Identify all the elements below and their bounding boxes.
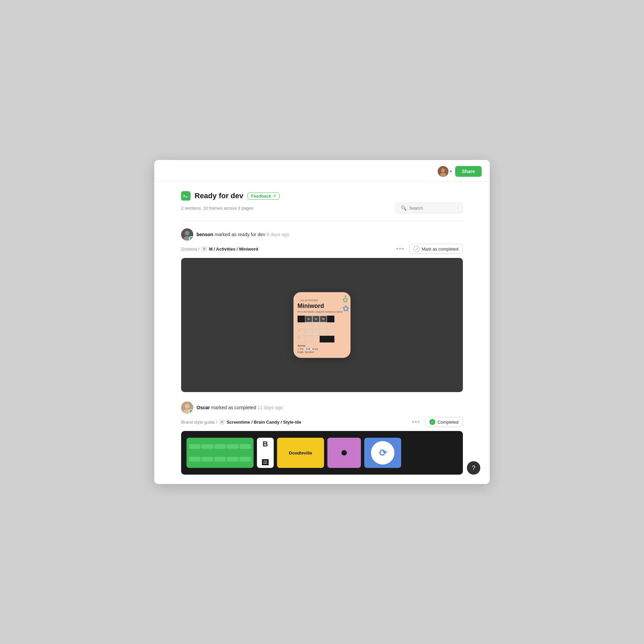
cell-r1c5	[327, 316, 334, 322]
phone-subtitle: Fill in the blanks using the sentences b…	[298, 311, 346, 313]
flower-blue-icon: ✿	[342, 305, 349, 313]
completed-check-icon: ✓	[429, 419, 435, 425]
crossword-grid: 1S 2U 3N	[298, 316, 346, 342]
green-cell	[214, 457, 226, 462]
frame-icon-1: #	[202, 246, 207, 252]
mark-completed-button[interactable]: ✓ Mark as completed	[409, 244, 463, 254]
path-prefix-1: Screens /	[181, 247, 200, 252]
page-subtitle: 2 sections, 10 frames across 3 pages	[181, 206, 253, 211]
cell-r4c3	[312, 336, 320, 342]
activity-2-text: Oscar marked as completed 11 days ago	[197, 405, 283, 410]
phone-status-bar: · ≡	[293, 292, 351, 299]
tile-b-letter: B	[263, 440, 268, 448]
more-options-2[interactable]: •••	[412, 419, 420, 425]
check-badge	[189, 409, 193, 414]
green-cell	[239, 444, 251, 449]
frame-icon-2: #	[219, 419, 225, 425]
doodleville-text: Doodleville	[289, 450, 312, 455]
search-bar[interactable]: 🔍	[396, 203, 463, 213]
more-options-1[interactable]: •••	[396, 246, 405, 252]
completed-label: Completed	[437, 420, 459, 425]
tile-purple	[327, 438, 361, 468]
clue-label: Across	[298, 344, 346, 347]
cell-r1c4: 3N	[320, 316, 327, 322]
svg-point-5	[185, 231, 190, 235]
svg-point-1	[441, 168, 445, 172]
search-input[interactable]	[409, 206, 456, 211]
clue-text-before: The	[300, 348, 304, 350]
frame-name-2: Screentime / Brain Candy / Style-tile	[227, 420, 302, 425]
activity-item-1: benson marked as ready for dev 9 days ag…	[181, 228, 463, 392]
completed-button[interactable]: ✓ Completed	[425, 417, 463, 427]
green-cell	[202, 444, 213, 449]
page-title: Ready for dev	[195, 192, 244, 200]
green-cell	[239, 457, 251, 462]
cell-r1c1	[298, 316, 305, 322]
cell-r4c2	[305, 336, 312, 342]
user-avatar-header[interactable]: ▾	[438, 166, 452, 177]
cell-r3c1: 5	[298, 329, 305, 336]
chevron-down-icon: ▾	[450, 169, 452, 174]
code-badge	[189, 236, 193, 240]
frame-path-2: Brand style guide / # Screentime / Brain…	[181, 419, 301, 425]
check-circle-icon: ✓	[414, 246, 420, 252]
phone-title: Miniword	[298, 303, 346, 310]
frame-actions-1: ••• ✓ Mark as completed	[396, 244, 463, 254]
green-cell	[189, 457, 201, 462]
frame-path-row-1: Screens / # M / Activities / Miniword ••…	[181, 244, 463, 254]
cell-r3c5	[327, 329, 334, 336]
cell-r4c5	[327, 336, 334, 342]
frame-name-1: M / Activities / Miniword	[209, 247, 258, 252]
feedback-label: Feedback	[251, 194, 271, 199]
cell-r3c3	[312, 329, 320, 336]
benson-avatar	[181, 228, 193, 240]
clue-number: 1	[298, 348, 299, 350]
back-link: ← ALL ACTIVITIES	[298, 299, 346, 302]
tile-blue: ⟳	[364, 438, 401, 468]
activity-1-header: benson marked as ready for dev 9 days ag…	[181, 228, 463, 240]
svg-point-9	[185, 404, 190, 409]
activity-1-text: benson marked as ready for dev 9 days ag…	[197, 232, 289, 237]
frame-preview-2[interactable]: B FORKIDS Doodleville ⟳	[181, 431, 463, 475]
share-button[interactable]: Share	[455, 166, 482, 177]
cell-r2c2	[305, 322, 312, 329]
cell-r2c5	[327, 322, 334, 329]
tile-yellow: Doodleville	[277, 438, 324, 468]
divider	[181, 221, 463, 221]
path-prefix-2: Brand style guide /	[181, 420, 217, 425]
blue-shape: ⟳	[371, 441, 394, 465]
frame-path-row-2: Brand style guide / # Screentime / Brain…	[181, 417, 463, 427]
oscar-avatar	[181, 401, 193, 414]
green-cell	[189, 444, 201, 449]
mark-completed-label: Mark as completed	[422, 247, 459, 252]
frame-path-1: Screens / # M / Activities / Miniword	[181, 246, 258, 252]
flower-green-icon: ✿	[342, 297, 349, 303]
cell-r3c2	[305, 329, 312, 336]
green-cell	[214, 444, 226, 449]
feedback-button[interactable]: Feedback ↗	[248, 193, 280, 200]
title-row: Ready for dev Feedback ↗	[181, 191, 463, 201]
activity-2-header: Oscar marked as completed 11 days ago	[181, 401, 463, 414]
ready-for-dev-icon	[181, 191, 191, 201]
style-tiles: B FORKIDS Doodleville ⟳	[181, 431, 407, 475]
frame-preview-1[interactable]: · ≡ ✿ ✿ ← ALL ACTIVITIES Miniword Fill i…	[181, 258, 463, 392]
search-icon: 🔍	[401, 205, 407, 211]
phone-dot-left: ·	[298, 295, 298, 298]
avatar	[438, 166, 448, 177]
cell-r1c3: 2U	[312, 316, 320, 322]
help-button[interactable]: ?	[467, 461, 480, 475]
cell-r2c3	[312, 322, 320, 329]
main-content: Ready for dev Feedback ↗ 2 sections, 10 …	[154, 182, 490, 475]
phone-body: ← ALL ACTIVITIES Miniword Fill in the bl…	[293, 299, 351, 358]
subtitle-row: 2 sections, 10 frames across 3 pages 🔍	[181, 203, 463, 213]
header: ▾ Share	[154, 160, 490, 182]
phone-mockup: · ≡ ✿ ✿ ← ALL ACTIVITIES Miniword Fill i…	[293, 292, 351, 358]
green-cell	[227, 457, 238, 462]
cell-r4c1: 6	[298, 336, 305, 342]
tile-b: B FORKIDS	[257, 438, 274, 468]
cell-r2c1: 4	[298, 322, 305, 329]
tile-for-kids: FORKIDS	[262, 459, 269, 465]
purple-dot	[341, 450, 347, 455]
green-cell	[202, 457, 213, 462]
activity-item-2: Oscar marked as completed 11 days ago Br…	[181, 401, 463, 475]
